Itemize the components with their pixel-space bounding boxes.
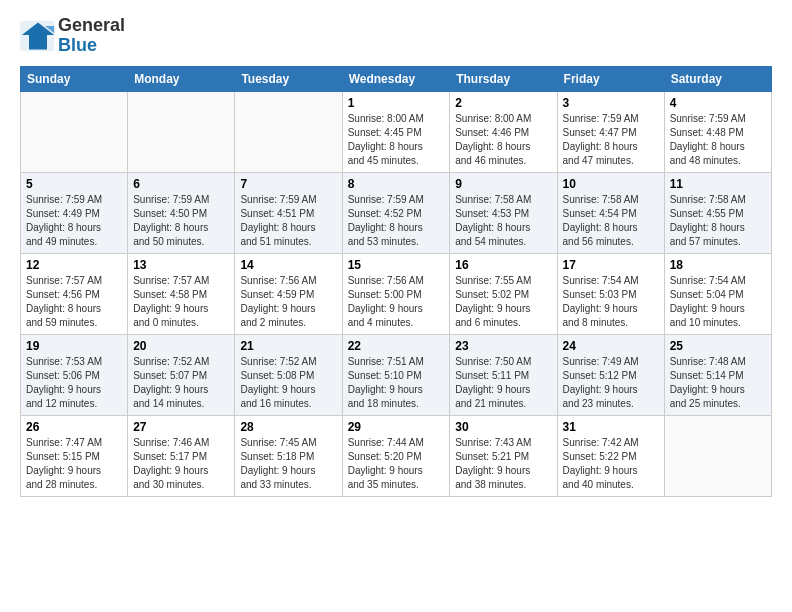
calendar-cell: 13Sunrise: 7:57 AM Sunset: 4:58 PM Dayli… (128, 253, 235, 334)
calendar-cell: 30Sunrise: 7:43 AM Sunset: 5:21 PM Dayli… (450, 415, 557, 496)
calendar-cell: 17Sunrise: 7:54 AM Sunset: 5:03 PM Dayli… (557, 253, 664, 334)
day-number: 12 (26, 258, 122, 272)
day-number: 23 (455, 339, 551, 353)
calendar-cell: 25Sunrise: 7:48 AM Sunset: 5:14 PM Dayli… (664, 334, 771, 415)
day-number: 3 (563, 96, 659, 110)
calendar-cell: 24Sunrise: 7:49 AM Sunset: 5:12 PM Dayli… (557, 334, 664, 415)
calendar-cell: 14Sunrise: 7:56 AM Sunset: 4:59 PM Dayli… (235, 253, 342, 334)
calendar-cell: 27Sunrise: 7:46 AM Sunset: 5:17 PM Dayli… (128, 415, 235, 496)
calendar-cell: 3Sunrise: 7:59 AM Sunset: 4:47 PM Daylig… (557, 91, 664, 172)
day-number: 31 (563, 420, 659, 434)
page-container: General Blue SundayMondayTuesdayWednesda… (0, 0, 792, 509)
day-info: Sunrise: 7:43 AM Sunset: 5:21 PM Dayligh… (455, 436, 551, 492)
day-number: 27 (133, 420, 229, 434)
calendar-cell: 21Sunrise: 7:52 AM Sunset: 5:08 PM Dayli… (235, 334, 342, 415)
day-info: Sunrise: 7:47 AM Sunset: 5:15 PM Dayligh… (26, 436, 122, 492)
day-number: 28 (240, 420, 336, 434)
header: General Blue (20, 16, 772, 56)
week-row-1: 5Sunrise: 7:59 AM Sunset: 4:49 PM Daylig… (21, 172, 772, 253)
logo-line1: General (58, 16, 125, 36)
day-info: Sunrise: 7:49 AM Sunset: 5:12 PM Dayligh… (563, 355, 659, 411)
calendar-cell: 29Sunrise: 7:44 AM Sunset: 5:20 PM Dayli… (342, 415, 450, 496)
day-info: Sunrise: 7:57 AM Sunset: 4:58 PM Dayligh… (133, 274, 229, 330)
day-info: Sunrise: 7:59 AM Sunset: 4:52 PM Dayligh… (348, 193, 445, 249)
day-number: 8 (348, 177, 445, 191)
day-info: Sunrise: 7:59 AM Sunset: 4:51 PM Dayligh… (240, 193, 336, 249)
day-number: 18 (670, 258, 766, 272)
day-number: 20 (133, 339, 229, 353)
day-info: Sunrise: 7:52 AM Sunset: 5:07 PM Dayligh… (133, 355, 229, 411)
calendar-cell: 1Sunrise: 8:00 AM Sunset: 4:45 PM Daylig… (342, 91, 450, 172)
day-info: Sunrise: 7:54 AM Sunset: 5:03 PM Dayligh… (563, 274, 659, 330)
calendar-cell: 9Sunrise: 7:58 AM Sunset: 4:53 PM Daylig… (450, 172, 557, 253)
day-number: 7 (240, 177, 336, 191)
calendar-cell: 8Sunrise: 7:59 AM Sunset: 4:52 PM Daylig… (342, 172, 450, 253)
weekday-header-wednesday: Wednesday (342, 66, 450, 91)
calendar-cell: 6Sunrise: 7:59 AM Sunset: 4:50 PM Daylig… (128, 172, 235, 253)
day-number: 26 (26, 420, 122, 434)
calendar-cell: 12Sunrise: 7:57 AM Sunset: 4:56 PM Dayli… (21, 253, 128, 334)
weekday-header-tuesday: Tuesday (235, 66, 342, 91)
calendar-cell: 15Sunrise: 7:56 AM Sunset: 5:00 PM Dayli… (342, 253, 450, 334)
logo-icon (20, 20, 56, 52)
calendar-cell: 7Sunrise: 7:59 AM Sunset: 4:51 PM Daylig… (235, 172, 342, 253)
week-row-3: 19Sunrise: 7:53 AM Sunset: 5:06 PM Dayli… (21, 334, 772, 415)
day-number: 1 (348, 96, 445, 110)
week-row-4: 26Sunrise: 7:47 AM Sunset: 5:15 PM Dayli… (21, 415, 772, 496)
calendar-cell (128, 91, 235, 172)
calendar-cell (664, 415, 771, 496)
calendar-cell (235, 91, 342, 172)
day-number: 29 (348, 420, 445, 434)
weekday-header-row: SundayMondayTuesdayWednesdayThursdayFrid… (21, 66, 772, 91)
calendar-cell: 2Sunrise: 8:00 AM Sunset: 4:46 PM Daylig… (450, 91, 557, 172)
day-number: 25 (670, 339, 766, 353)
day-number: 16 (455, 258, 551, 272)
day-info: Sunrise: 7:58 AM Sunset: 4:54 PM Dayligh… (563, 193, 659, 249)
weekday-header-sunday: Sunday (21, 66, 128, 91)
day-info: Sunrise: 7:44 AM Sunset: 5:20 PM Dayligh… (348, 436, 445, 492)
day-number: 10 (563, 177, 659, 191)
day-number: 24 (563, 339, 659, 353)
day-number: 5 (26, 177, 122, 191)
day-info: Sunrise: 7:46 AM Sunset: 5:17 PM Dayligh… (133, 436, 229, 492)
calendar-cell: 4Sunrise: 7:59 AM Sunset: 4:48 PM Daylig… (664, 91, 771, 172)
week-row-2: 12Sunrise: 7:57 AM Sunset: 4:56 PM Dayli… (21, 253, 772, 334)
day-info: Sunrise: 7:53 AM Sunset: 5:06 PM Dayligh… (26, 355, 122, 411)
day-info: Sunrise: 7:59 AM Sunset: 4:50 PM Dayligh… (133, 193, 229, 249)
calendar-cell: 26Sunrise: 7:47 AM Sunset: 5:15 PM Dayli… (21, 415, 128, 496)
day-number: 9 (455, 177, 551, 191)
calendar-cell: 20Sunrise: 7:52 AM Sunset: 5:07 PM Dayli… (128, 334, 235, 415)
day-info: Sunrise: 7:42 AM Sunset: 5:22 PM Dayligh… (563, 436, 659, 492)
calendar-cell: 18Sunrise: 7:54 AM Sunset: 5:04 PM Dayli… (664, 253, 771, 334)
day-number: 6 (133, 177, 229, 191)
day-number: 4 (670, 96, 766, 110)
weekday-header-saturday: Saturday (664, 66, 771, 91)
calendar-cell: 23Sunrise: 7:50 AM Sunset: 5:11 PM Dayli… (450, 334, 557, 415)
calendar-cell: 11Sunrise: 7:58 AM Sunset: 4:55 PM Dayli… (664, 172, 771, 253)
day-info: Sunrise: 8:00 AM Sunset: 4:46 PM Dayligh… (455, 112, 551, 168)
calendar-cell: 16Sunrise: 7:55 AM Sunset: 5:02 PM Dayli… (450, 253, 557, 334)
day-info: Sunrise: 7:57 AM Sunset: 4:56 PM Dayligh… (26, 274, 122, 330)
day-number: 2 (455, 96, 551, 110)
day-info: Sunrise: 7:56 AM Sunset: 5:00 PM Dayligh… (348, 274, 445, 330)
day-number: 13 (133, 258, 229, 272)
day-info: Sunrise: 7:51 AM Sunset: 5:10 PM Dayligh… (348, 355, 445, 411)
day-number: 15 (348, 258, 445, 272)
day-info: Sunrise: 7:54 AM Sunset: 5:04 PM Dayligh… (670, 274, 766, 330)
day-info: Sunrise: 7:50 AM Sunset: 5:11 PM Dayligh… (455, 355, 551, 411)
day-info: Sunrise: 7:58 AM Sunset: 4:53 PM Dayligh… (455, 193, 551, 249)
day-info: Sunrise: 7:58 AM Sunset: 4:55 PM Dayligh… (670, 193, 766, 249)
day-info: Sunrise: 7:56 AM Sunset: 4:59 PM Dayligh… (240, 274, 336, 330)
day-number: 14 (240, 258, 336, 272)
weekday-header-thursday: Thursday (450, 66, 557, 91)
week-row-0: 1Sunrise: 8:00 AM Sunset: 4:45 PM Daylig… (21, 91, 772, 172)
calendar-cell: 19Sunrise: 7:53 AM Sunset: 5:06 PM Dayli… (21, 334, 128, 415)
day-number: 30 (455, 420, 551, 434)
calendar-cell: 22Sunrise: 7:51 AM Sunset: 5:10 PM Dayli… (342, 334, 450, 415)
day-number: 11 (670, 177, 766, 191)
day-info: Sunrise: 7:48 AM Sunset: 5:14 PM Dayligh… (670, 355, 766, 411)
day-info: Sunrise: 7:52 AM Sunset: 5:08 PM Dayligh… (240, 355, 336, 411)
day-info: Sunrise: 7:59 AM Sunset: 4:49 PM Dayligh… (26, 193, 122, 249)
day-number: 19 (26, 339, 122, 353)
day-number: 22 (348, 339, 445, 353)
